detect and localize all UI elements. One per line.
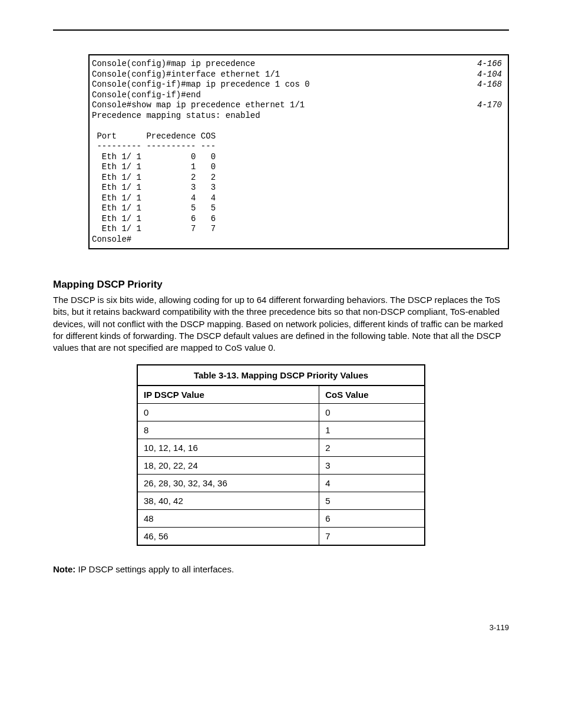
section-heading-dscp: Mapping DSCP Priority [53, 279, 509, 291]
table-cell: 2 [319, 439, 425, 457]
table-cell: 0 [319, 404, 425, 421]
cli-line: Eth 1/ 1 6 6 [90, 214, 508, 225]
table-row: 46, 567 [137, 528, 425, 546]
table-cell: 5 [319, 492, 425, 510]
note-label: Note: [53, 564, 75, 574]
table-cell: 26, 28, 30, 32, 34, 36 [137, 475, 319, 492]
table-cell: 38, 40, 42 [137, 492, 319, 510]
table-header-row: IP DSCP Value CoS Value [137, 386, 425, 404]
table-cell: 48 [137, 510, 319, 528]
cli-line: Eth 1/ 1 5 5 [90, 203, 508, 214]
table-cell: 4 [319, 475, 425, 492]
page-footer: 3-119 [53, 623, 509, 632]
cli-text: Console#show map ip precedence ethernet … [92, 100, 305, 111]
cli-ref: 4-166 [465, 59, 502, 70]
table-cell: 18, 20, 22, 24 [137, 457, 319, 475]
page: Console(config)#map ip precedence4-166Co… [0, 0, 562, 679]
cli-line: --------- ---------- --- [90, 141, 508, 152]
cli-line: Eth 1/ 1 0 0 [90, 152, 508, 163]
cli-line: Console(config)#map ip precedence4-166 [90, 59, 508, 70]
table-cell: 3 [319, 457, 425, 475]
cli-text: Console(config)#interface ethernet 1/1 [92, 70, 280, 80]
cli-line: Console(config)#interface ethernet 1/14-… [90, 70, 508, 80]
table-cell: 7 [319, 528, 425, 546]
cli-line: Eth 1/ 1 7 7 [90, 224, 508, 235]
cli-line: Eth 1/ 1 1 0 [90, 162, 508, 173]
table-row: 18, 20, 22, 243 [137, 457, 425, 475]
table-row: 26, 28, 30, 32, 34, 364 [137, 475, 425, 492]
dscp-table: Table 3-13. Mapping DSCP Priority Values… [137, 364, 425, 546]
table-cell: 1 [319, 421, 425, 439]
dscp-table-caption: Table 3-13. Mapping DSCP Priority Values [137, 364, 425, 385]
cli-line: Console#show map ip precedence ethernet … [90, 100, 508, 111]
table-row: 38, 40, 425 [137, 492, 425, 510]
table-row: 81 [137, 421, 425, 439]
cli-line: Eth 1/ 1 3 3 [90, 183, 508, 193]
table-cell: 46, 56 [137, 528, 319, 546]
col-header-cos: CoS Value [319, 386, 425, 404]
dscp-note: Note: IP DSCP settings apply to all inte… [53, 564, 509, 575]
cli-line: Precedence mapping status: enabled [90, 111, 508, 121]
cli-line: Eth 1/ 1 2 2 [90, 173, 508, 183]
cli-output-box: Console(config)#map ip precedence4-166Co… [88, 54, 509, 249]
cli-line [90, 121, 508, 131]
cli-ref: 4-104 [465, 70, 502, 80]
table-cell: 10, 12, 14, 16 [137, 439, 319, 457]
cli-text: Console(config)#map ip precedence [92, 59, 255, 70]
table-cell: 0 [137, 404, 319, 421]
cli-text: Console(config-if)#map ip precedence 1 c… [92, 80, 310, 90]
cli-line: Console(config-if)#map ip precedence 1 c… [90, 80, 508, 90]
header-rule [53, 29, 509, 31]
cli-line: Console# [90, 235, 508, 245]
table-row: 00 [137, 404, 425, 421]
cli-ref: 4-170 [465, 100, 502, 111]
col-header-dscp: IP DSCP Value [137, 386, 319, 404]
note-text: IP DSCP settings apply to all interfaces… [75, 564, 234, 574]
table-row: 486 [137, 510, 425, 528]
section-body-dscp: The DSCP is six bits wide, allowing codi… [53, 294, 509, 354]
cli-line: Eth 1/ 1 4 4 [90, 193, 508, 204]
cli-line: Console(config-if)#end [90, 90, 508, 101]
table-row: 10, 12, 14, 162 [137, 439, 425, 457]
cli-line: Port Precedence COS [90, 131, 508, 142]
table-cell: 6 [319, 510, 425, 528]
cli-ref: 4-168 [465, 80, 502, 90]
table-cell: 8 [137, 421, 319, 439]
